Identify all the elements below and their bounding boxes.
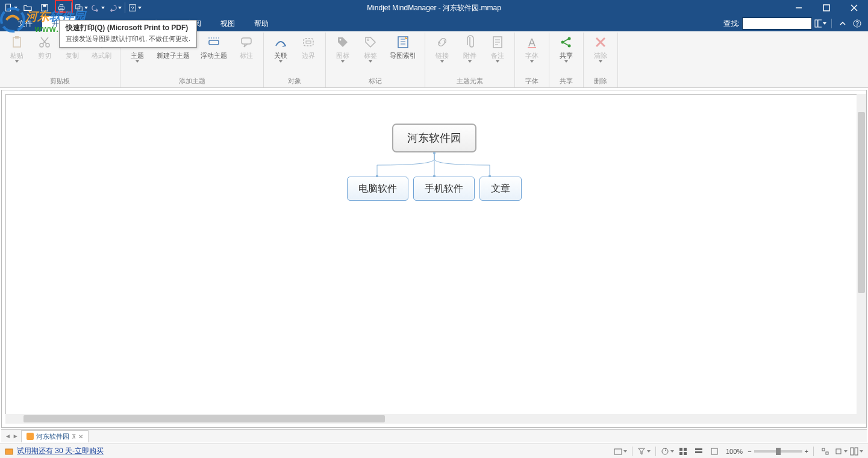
svg-rect-28 (209, 40, 219, 45)
ribbon-button-label: 标注 (240, 52, 253, 59)
zoom-out-button[interactable]: − (748, 448, 751, 455)
relationship-button[interactable]: 关联 (267, 33, 294, 64)
svg-rect-15 (818, 20, 822, 27)
close-tab-icon[interactable]: ✕ (78, 433, 83, 440)
paste-button: 粘贴 (4, 33, 30, 64)
tab-nav-arrows[interactable]: ◄ ► (5, 433, 19, 439)
trial-purchase-link[interactable]: 试用期还有 30 天-立即购买 (17, 446, 104, 456)
refresh-icon[interactable] (661, 446, 674, 457)
callout-icon (238, 34, 255, 51)
window-controls (785, 0, 868, 16)
expand2-icon[interactable] (834, 446, 848, 457)
svg-point-34 (367, 39, 369, 41)
pin-icon[interactable]: ⊼ (72, 433, 76, 440)
svg-rect-68 (836, 449, 841, 454)
panel-config-icon[interactable] (850, 446, 863, 457)
svg-rect-57 (614, 449, 622, 454)
mindmap-child-node[interactable]: 手机软件 (413, 177, 475, 201)
svg-point-33 (340, 39, 342, 41)
fit-icon[interactable] (708, 446, 721, 457)
layout1-icon[interactable] (676, 446, 690, 457)
ribbon-group-label: 共享 (553, 77, 579, 87)
print-icon[interactable] (53, 1, 70, 15)
undo-icon[interactable] (90, 1, 107, 15)
document-tab[interactable]: 河东软件园 ⊼ ✕ (21, 430, 89, 442)
svg-rect-64 (695, 451, 702, 453)
tooltip-description: 直接发送导图到默认打印机, 不做任何更改. (66, 34, 190, 43)
ribbon-button-label: 备注 (491, 52, 504, 63)
horizontal-scrollbar[interactable] (5, 414, 857, 424)
vertical-scroll-thumb[interactable] (858, 112, 865, 293)
mindmap-canvas[interactable]: 河东软件园 电脑软件 手机软件 文章 (5, 94, 863, 424)
zoom-in-button[interactable]: + (805, 448, 808, 455)
boundary-icon (300, 34, 317, 51)
font-icon: A (523, 34, 540, 51)
new-file-icon[interactable] (2, 1, 19, 15)
panel-toggle-icon[interactable] (814, 17, 826, 30)
filter-icon[interactable] (637, 446, 651, 457)
delete-icon (592, 34, 609, 51)
ribbon-button-label: 剪切 (38, 52, 51, 59)
search-input[interactable] (742, 17, 812, 30)
view-mode-icon[interactable] (614, 446, 627, 457)
clear-button: 清除 (587, 33, 614, 64)
mindmap-file-icon (27, 433, 34, 440)
attachment-button: 附件 (457, 33, 483, 64)
icons-button: 图标 (329, 33, 356, 64)
ribbon-button-label: 关联 (274, 52, 287, 63)
ribbon-button-label: 主题 (131, 52, 144, 63)
maximize-button[interactable] (813, 0, 840, 16)
expand1-icon[interactable] (819, 446, 832, 457)
ribbon-button-label: 浮动主题 (201, 52, 227, 59)
font-button: A字体 (519, 33, 545, 64)
mindmap-child-node[interactable]: 电脑软件 (347, 177, 408, 201)
menu-file[interactable]: 文件 (8, 16, 42, 31)
svg-rect-63 (695, 448, 702, 450)
scroll-corner (857, 414, 866, 424)
menu-view[interactable]: 视图 (211, 16, 245, 31)
minimize-button[interactable] (785, 0, 813, 16)
tags-button: 标签 (357, 33, 384, 64)
zoom-slider[interactable] (754, 450, 802, 453)
tag-solid-icon (334, 34, 351, 51)
svg-rect-44 (528, 47, 536, 48)
mindmap-child-node[interactable]: 文章 (479, 177, 522, 201)
map-index-button[interactable]: 导图索引 (385, 33, 421, 60)
layout2-icon[interactable] (692, 446, 705, 457)
document-tab-label: 河东软件园 (36, 432, 69, 441)
ribbon-group-label: 添加主题 (124, 77, 260, 87)
zoom-level[interactable]: 100% (723, 448, 745, 455)
svg-rect-32 (306, 41, 311, 43)
ribbon-group: 清除删除 (584, 33, 618, 87)
svg-rect-61 (679, 452, 682, 455)
tooltip-title: 快速打印(Q) (Microsoft Print to PDF) (66, 23, 190, 33)
menu-help[interactable]: 帮助 (245, 16, 278, 31)
ribbon-button-label: 导图索引 (390, 52, 416, 59)
collapse-ribbon-icon[interactable] (837, 17, 849, 30)
svg-rect-59 (679, 448, 682, 451)
help-dropdown-icon[interactable]: ? (126, 1, 143, 15)
svg-rect-18 (13, 37, 20, 47)
help-icon[interactable]: ? (851, 17, 863, 30)
link-button: 链接 (429, 33, 455, 64)
cascade-icon[interactable] (73, 1, 90, 15)
save-icon[interactable] (36, 1, 53, 15)
index-icon (395, 34, 411, 51)
svg-rect-67 (826, 452, 828, 454)
redo-icon[interactable] (107, 1, 123, 15)
open-file-icon[interactable] (19, 1, 36, 15)
svg-line-49 (564, 43, 568, 45)
boundary-button: 边界 (295, 33, 322, 60)
callout-button: 标注 (233, 33, 260, 60)
svg-rect-31 (304, 39, 313, 46)
close-button[interactable] (840, 0, 868, 16)
share-button[interactable]: 共享 (553, 33, 579, 64)
ribbon-group: 关联边界对象 (264, 33, 326, 87)
floating-topic-button[interactable]: 浮动主题 (196, 33, 232, 60)
ribbon-group: 链接附件备注主题元素 (425, 33, 515, 87)
horizontal-scroll-thumb[interactable] (23, 415, 385, 422)
notes-button: 备注 (484, 33, 511, 64)
vertical-scrollbar[interactable] (857, 94, 866, 414)
canvas-wrapper: 河东软件园 电脑软件 手机软件 文章 (1, 90, 867, 428)
mindmap-root-node[interactable]: 河东软件园 (392, 124, 476, 152)
